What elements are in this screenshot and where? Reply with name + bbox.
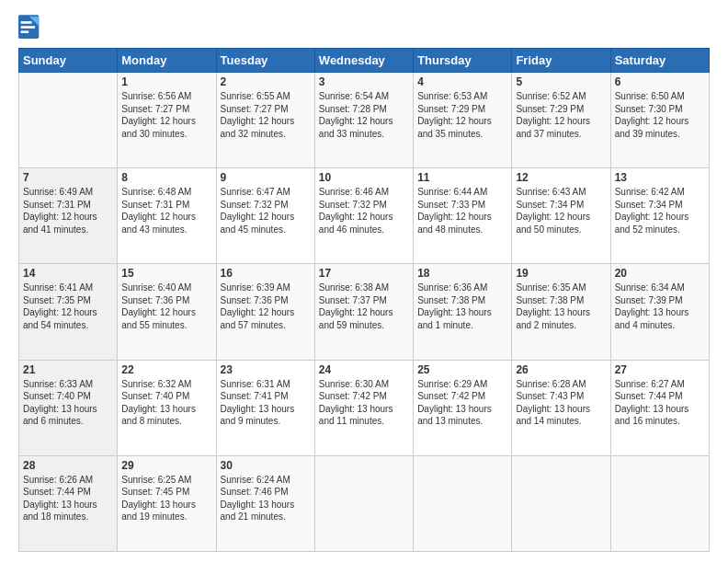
header-cell-saturday: Saturday — [610, 49, 709, 73]
day-info: Sunrise: 6:39 AMSunset: 7:36 PMDaylight:… — [221, 282, 311, 331]
logo-icon — [18, 15, 40, 40]
day-cell: 6 Sunrise: 6:50 AMSunset: 7:30 PMDayligh… — [610, 73, 709, 168]
header-row: SundayMondayTuesdayWednesdayThursdayFrid… — [19, 49, 710, 73]
day-cell: 30 Sunrise: 6:24 AMSunset: 7:46 PMDaylig… — [216, 455, 314, 551]
day-number: 15 — [121, 267, 211, 280]
day-info: Sunrise: 6:24 AMSunset: 7:46 PMDaylight:… — [221, 474, 311, 523]
day-cell: 20 Sunrise: 6:34 AMSunset: 7:39 PMDaylig… — [610, 264, 709, 360]
day-cell: 11 Sunrise: 6:44 AMSunset: 7:33 PMDaylig… — [414, 168, 512, 264]
day-info: Sunrise: 6:49 AMSunset: 7:31 PMDaylight:… — [23, 186, 113, 236]
day-cell — [512, 455, 610, 551]
day-cell: 13 Sunrise: 6:42 AMSunset: 7:34 PMDaylig… — [610, 168, 709, 264]
day-cell: 17 Sunrise: 6:38 AMSunset: 7:37 PMDaylig… — [314, 264, 413, 360]
day-cell: 22 Sunrise: 6:32 AMSunset: 7:40 PMDaylig… — [118, 360, 216, 455]
day-number: 6 — [615, 75, 705, 88]
day-info: Sunrise: 6:38 AMSunset: 7:37 PMDaylight:… — [319, 282, 409, 331]
day-number: 12 — [516, 171, 606, 184]
day-info: Sunrise: 6:33 AMSunset: 7:40 PMDaylight:… — [23, 378, 113, 428]
day-cell: 26 Sunrise: 6:28 AMSunset: 7:43 PMDaylig… — [512, 360, 610, 455]
day-number: 25 — [417, 363, 507, 376]
day-number: 18 — [417, 267, 507, 280]
day-info: Sunrise: 6:53 AMSunset: 7:29 PMDaylight:… — [417, 90, 507, 140]
day-number: 19 — [516, 267, 606, 280]
week-row-4: 28 Sunrise: 6:26 AMSunset: 7:44 PMDaylig… — [19, 455, 710, 551]
day-cell: 15 Sunrise: 6:40 AMSunset: 7:36 PMDaylig… — [118, 264, 216, 360]
day-info: Sunrise: 6:32 AMSunset: 7:40 PMDaylight:… — [121, 378, 211, 428]
day-info: Sunrise: 6:47 AMSunset: 7:32 PMDaylight:… — [221, 186, 311, 236]
day-info: Sunrise: 6:54 AMSunset: 7:28 PMDaylight:… — [319, 90, 409, 140]
day-info: Sunrise: 6:40 AMSunset: 7:36 PMDaylight:… — [121, 282, 211, 331]
day-number: 20 — [615, 267, 705, 280]
svg-rect-3 — [21, 26, 35, 29]
day-number: 11 — [417, 171, 507, 184]
day-info: Sunrise: 6:56 AMSunset: 7:27 PMDaylight:… — [121, 90, 211, 140]
day-info: Sunrise: 6:29 AMSunset: 7:42 PMDaylight:… — [417, 378, 507, 428]
day-cell: 7 Sunrise: 6:49 AMSunset: 7:31 PMDayligh… — [19, 168, 118, 264]
day-cell: 14 Sunrise: 6:41 AMSunset: 7:35 PMDaylig… — [19, 264, 118, 360]
header-cell-tuesday: Tuesday — [216, 49, 314, 73]
logo — [18, 15, 44, 40]
day-info: Sunrise: 6:26 AMSunset: 7:44 PMDaylight:… — [23, 474, 113, 523]
day-info: Sunrise: 6:30 AMSunset: 7:42 PMDaylight:… — [319, 378, 409, 428]
day-cell: 8 Sunrise: 6:48 AMSunset: 7:31 PMDayligh… — [118, 168, 216, 264]
day-number: 9 — [221, 171, 311, 184]
svg-rect-4 — [21, 30, 29, 33]
day-info: Sunrise: 6:50 AMSunset: 7:30 PMDaylight:… — [615, 90, 705, 140]
day-info: Sunrise: 6:41 AMSunset: 7:35 PMDaylight:… — [23, 282, 113, 331]
day-cell: 18 Sunrise: 6:36 AMSunset: 7:38 PMDaylig… — [414, 264, 512, 360]
day-number: 23 — [221, 363, 311, 376]
header-cell-friday: Friday — [512, 49, 610, 73]
day-info: Sunrise: 6:31 AMSunset: 7:41 PMDaylight:… — [221, 378, 311, 428]
day-info: Sunrise: 6:35 AMSunset: 7:38 PMDaylight:… — [516, 282, 606, 331]
svg-rect-2 — [21, 21, 32, 24]
day-info: Sunrise: 6:44 AMSunset: 7:33 PMDaylight:… — [417, 186, 507, 236]
day-cell: 5 Sunrise: 6:52 AMSunset: 7:29 PMDayligh… — [512, 73, 610, 168]
day-info: Sunrise: 6:52 AMSunset: 7:29 PMDaylight:… — [516, 90, 606, 140]
day-number: 8 — [121, 171, 211, 184]
day-cell: 23 Sunrise: 6:31 AMSunset: 7:41 PMDaylig… — [216, 360, 314, 455]
day-info: Sunrise: 6:28 AMSunset: 7:43 PMDaylight:… — [516, 378, 606, 428]
day-number: 7 — [23, 171, 113, 184]
day-cell — [610, 455, 709, 551]
day-number: 28 — [23, 459, 113, 472]
day-cell: 25 Sunrise: 6:29 AMSunset: 7:42 PMDaylig… — [414, 360, 512, 455]
day-number: 22 — [121, 363, 211, 376]
day-cell: 21 Sunrise: 6:33 AMSunset: 7:40 PMDaylig… — [19, 360, 118, 455]
day-cell: 24 Sunrise: 6:30 AMSunset: 7:42 PMDaylig… — [314, 360, 413, 455]
day-number: 14 — [23, 267, 113, 280]
day-number: 17 — [319, 267, 409, 280]
day-info: Sunrise: 6:25 AMSunset: 7:45 PMDaylight:… — [121, 474, 211, 523]
day-number: 5 — [516, 75, 606, 88]
day-number: 4 — [417, 75, 507, 88]
day-cell: 4 Sunrise: 6:53 AMSunset: 7:29 PMDayligh… — [414, 73, 512, 168]
day-info: Sunrise: 6:34 AMSunset: 7:39 PMDaylight:… — [615, 282, 705, 331]
day-cell: 9 Sunrise: 6:47 AMSunset: 7:32 PMDayligh… — [216, 168, 314, 264]
header — [18, 15, 710, 40]
week-row-1: 7 Sunrise: 6:49 AMSunset: 7:31 PMDayligh… — [19, 168, 710, 264]
calendar-table: SundayMondayTuesdayWednesdayThursdayFrid… — [18, 48, 710, 552]
day-cell: 27 Sunrise: 6:27 AMSunset: 7:44 PMDaylig… — [610, 360, 709, 455]
header-cell-thursday: Thursday — [414, 49, 512, 73]
day-number: 26 — [516, 363, 606, 376]
day-info: Sunrise: 6:55 AMSunset: 7:27 PMDaylight:… — [221, 90, 311, 140]
day-cell: 16 Sunrise: 6:39 AMSunset: 7:36 PMDaylig… — [216, 264, 314, 360]
day-cell — [314, 455, 413, 551]
week-row-0: 1 Sunrise: 6:56 AMSunset: 7:27 PMDayligh… — [19, 73, 710, 168]
day-number: 27 — [615, 363, 705, 376]
day-number: 13 — [615, 171, 705, 184]
day-cell: 3 Sunrise: 6:54 AMSunset: 7:28 PMDayligh… — [314, 73, 413, 168]
header-cell-sunday: Sunday — [19, 49, 118, 73]
header-cell-monday: Monday — [118, 49, 216, 73]
day-number: 30 — [221, 459, 311, 472]
day-info: Sunrise: 6:27 AMSunset: 7:44 PMDaylight:… — [615, 378, 705, 428]
day-number: 24 — [319, 363, 409, 376]
day-cell: 1 Sunrise: 6:56 AMSunset: 7:27 PMDayligh… — [118, 73, 216, 168]
day-number: 10 — [319, 171, 409, 184]
day-cell: 28 Sunrise: 6:26 AMSunset: 7:44 PMDaylig… — [19, 455, 118, 551]
day-number: 21 — [23, 363, 113, 376]
week-row-2: 14 Sunrise: 6:41 AMSunset: 7:35 PMDaylig… — [19, 264, 710, 360]
day-number: 16 — [221, 267, 311, 280]
day-info: Sunrise: 6:46 AMSunset: 7:32 PMDaylight:… — [319, 186, 409, 236]
day-number: 2 — [221, 75, 311, 88]
day-cell: 10 Sunrise: 6:46 AMSunset: 7:32 PMDaylig… — [314, 168, 413, 264]
